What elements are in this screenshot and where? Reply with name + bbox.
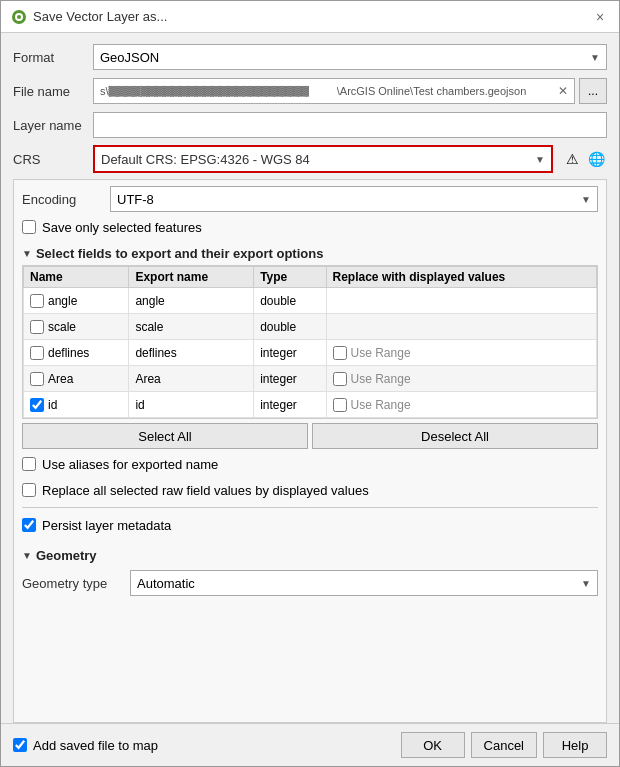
row-angle-name: angle [24,288,129,314]
help-button[interactable]: Help [543,732,607,758]
row-angle-export[interactable]: angle [129,288,254,314]
row-id-name: id [24,392,129,418]
row-deflines-use-range-checkbox[interactable] [333,346,347,360]
crs-dropdown-arrow: ▼ [535,154,545,165]
save-vector-layer-dialog: Save Vector Layer as... × Format GeoJSON… [0,0,620,767]
scroll-section[interactable]: Encoding UTF-8 ▼ Save only selected feat… [13,179,607,723]
filename-path-text: s\▓▓▓▓▓▓▓▓▓▓▓▓▓▓▓▓▓▓▓▓▓▓▓▓▓ [100,85,309,97]
geometry-triangle-icon: ▼ [22,550,32,561]
encoding-dropdown-arrow: ▼ [581,194,591,205]
filename-path-end: \ArcGIS Online\Test chambers.geojson [337,85,527,97]
filename-label: File name [13,84,93,99]
bottom-left: Add saved file to map [13,738,158,753]
row-deflines-export[interactable]: deflines [129,340,254,366]
save-selected-checkbox[interactable] [22,220,36,234]
section-triangle-icon: ▼ [22,248,32,259]
crs-control-wrap: Default CRS: EPSG:4326 - WGS 84 ▼ ⚠ 🌐 [93,145,607,173]
bottom-bar: Add saved file to map OK Cancel Help [1,723,619,766]
col-header-export-name: Export name [129,267,254,288]
title-bar-left: Save Vector Layer as... [11,9,167,25]
deselect-all-button[interactable]: Deselect All [312,423,598,449]
filename-browse-button[interactable]: ... [579,78,607,104]
select-buttons: Select All Deselect All [22,423,598,449]
row-deflines-checkbox[interactable] [30,346,44,360]
qgis-icon [11,9,27,25]
geometry-type-row: Geometry type Automatic ▼ [22,569,598,597]
use-aliases-row: Use aliases for exported name [22,453,598,475]
geometry-type-dropdown-arrow: ▼ [581,578,591,589]
format-row: Format GeoJSON ▼ [13,43,607,71]
persist-metadata-row: Persist layer metadata [22,514,598,536]
row-deflines-name: deflines [24,340,129,366]
layername-input[interactable] [93,112,607,138]
cancel-button[interactable]: Cancel [471,732,537,758]
row-scale-type: double [254,314,326,340]
row-angle-type: double [254,288,326,314]
row-scale-export[interactable]: scale [129,314,254,340]
row-id-checkbox[interactable] [30,398,44,412]
geometry-section: ▼ Geometry Geometry type Automatic ▼ [22,544,598,597]
table-row: angle angle double [24,288,597,314]
filename-path-box[interactable]: s\▓▓▓▓▓▓▓▓▓▓▓▓▓▓▓▓▓▓▓▓▓▓▓▓▓ \ArcGIS Onli… [93,78,575,104]
save-selected-label: Save only selected features [42,220,202,235]
ok-button[interactable]: OK [401,732,465,758]
row-scale-replace [326,314,596,340]
layername-label: Layer name [13,118,93,133]
select-fields-label: Select fields to export and their export… [36,246,324,261]
row-area-use-range-checkbox[interactable] [333,372,347,386]
geometry-header-label: Geometry [36,548,97,563]
crs-combobox[interactable]: Default CRS: EPSG:4326 - WGS 84 ▼ [93,145,553,173]
svg-point-2 [17,15,21,19]
replace-raw-checkbox[interactable] [22,483,36,497]
add-to-map-checkbox[interactable] [13,738,27,752]
row-scale-checkbox[interactable] [30,320,44,334]
scroll-content: Encoding UTF-8 ▼ Save only selected feat… [14,180,606,603]
col-header-name: Name [24,267,129,288]
row-deflines-type: integer [254,340,326,366]
replace-raw-label: Replace all selected raw field values by… [42,483,369,498]
col-header-replace: Replace with displayed values [326,267,596,288]
replace-raw-row: Replace all selected raw field values by… [22,479,598,501]
layername-row: Layer name [13,111,607,139]
format-dropdown-arrow: ▼ [590,52,600,63]
geometry-type-label: Geometry type [22,576,122,591]
warning-icon[interactable]: ⚠ [561,148,583,170]
crs-row: CRS Default CRS: EPSG:4326 - WGS 84 ▼ ⚠ … [13,145,607,173]
filename-clear-button[interactable]: ✕ [558,84,568,98]
row-id-export[interactable]: id [129,392,254,418]
format-control-wrap: GeoJSON ▼ [93,44,607,70]
row-deflines-replace: Use Range [326,340,596,366]
crs-label: CRS [13,152,93,167]
row-area-checkbox[interactable] [30,372,44,386]
row-angle-checkbox[interactable] [30,294,44,308]
filename-control-wrap: s\▓▓▓▓▓▓▓▓▓▓▓▓▓▓▓▓▓▓▓▓▓▓▓▓▓ \ArcGIS Onli… [93,78,607,104]
row-scale-name: scale [24,314,129,340]
dialog-title: Save Vector Layer as... [33,9,167,24]
row-id-replace: Use Range [326,392,596,418]
encoding-combobox[interactable]: UTF-8 ▼ [110,186,598,212]
row-id-use-range-checkbox[interactable] [333,398,347,412]
globe-icon[interactable]: 🌐 [585,148,607,170]
table-row: scale scale double [24,314,597,340]
row-area-export[interactable]: Area [129,366,254,392]
table-row: deflines deflines integer Use Range [24,340,597,366]
geometry-type-combobox[interactable]: Automatic ▼ [130,570,598,596]
row-area-type: integer [254,366,326,392]
encoding-label: Encoding [22,192,102,207]
close-button[interactable]: × [591,8,609,26]
row-id-type: integer [254,392,326,418]
table-row: id id integer Use Range [24,392,597,418]
add-to-map-label: Add saved file to map [33,738,158,753]
persist-metadata-checkbox[interactable] [22,518,36,532]
crs-value: Default CRS: EPSG:4326 - WGS 84 [101,152,310,167]
format-combobox[interactable]: GeoJSON ▼ [93,44,607,70]
select-all-button[interactable]: Select All [22,423,308,449]
divider1 [22,507,598,508]
use-aliases-checkbox[interactable] [22,457,36,471]
filename-row: File name s\▓▓▓▓▓▓▓▓▓▓▓▓▓▓▓▓▓▓▓▓▓▓▓▓▓ \A… [13,77,607,105]
encoding-value: UTF-8 [117,192,154,207]
geometry-type-value: Automatic [137,576,195,591]
format-value: GeoJSON [100,50,159,65]
select-fields-header: ▼ Select fields to export and their expo… [22,246,598,261]
geometry-header: ▼ Geometry [22,548,598,563]
